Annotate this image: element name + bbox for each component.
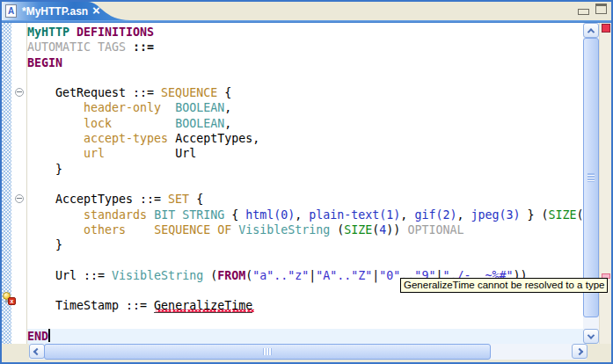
code-line[interactable] — [27, 177, 583, 192]
code-token: MyHTTP — [27, 25, 69, 39]
code-token — [27, 101, 84, 114]
code-line[interactable] — [27, 252, 583, 267]
code-token — [69, 25, 77, 39]
code-token — [112, 117, 175, 130]
code-token: { — [217, 86, 231, 99]
code-token: lock — [84, 117, 112, 130]
code-token: SEQUENCE OF — [154, 223, 231, 237]
code-token: BIT STRING — [154, 208, 224, 222]
code-token — [161, 101, 175, 114]
view-window-controls — [578, 4, 607, 15]
code-token: DEFINITIONS — [77, 25, 154, 39]
code-line[interactable]: standards BIT STRING { html(0), plain-te… — [27, 207, 583, 222]
code-token: TimeStamp ::= — [27, 299, 154, 312]
code-token: html(0) — [245, 208, 295, 222]
code-token — [126, 40, 133, 54]
code-line[interactable]: accept-types AcceptTypes, — [27, 131, 583, 146]
scroll-left-button[interactable] — [29, 344, 45, 359]
code-token — [168, 132, 175, 145]
code-token: , — [400, 208, 414, 222]
code-token: , — [456, 208, 471, 222]
text-cursor — [48, 329, 50, 342]
up-arrow-icon — [587, 28, 595, 35]
editor-tab[interactable]: A *MyHTTP.asn × — [2, 2, 134, 20]
scroll-down-button[interactable] — [583, 329, 599, 344]
code-token — [27, 147, 84, 160]
code-token: ::= — [133, 40, 154, 54]
code-token: VisibleString — [238, 223, 330, 237]
code-line[interactable] — [27, 70, 583, 85]
code-line[interactable]: } — [27, 162, 583, 177]
code-token: plain-text(1) — [309, 208, 400, 222]
code-token: ( — [203, 269, 217, 282]
code-token: VisibleString — [112, 269, 203, 282]
code-line[interactable]: GetRequest ::= SEQUENCE { — [27, 85, 583, 100]
code-line[interactable]: AUTOMATIC TAGS ::= — [27, 40, 583, 55]
scroll-up-button[interactable] — [583, 23, 599, 38]
code-token: "A".."Z" — [316, 269, 372, 282]
code-line[interactable]: TimeStamp ::= GeneralizeTime — [27, 298, 583, 313]
asn-file-icon: A — [5, 4, 17, 18]
code-token: SIZE — [549, 208, 577, 222]
overview-ruler — [599, 23, 611, 344]
code-line[interactable]: others SEQUENCE OF VisibleString (SIZE(4… — [27, 222, 583, 237]
code-token: BEGIN — [27, 56, 62, 69]
error-squiggle — [156, 309, 254, 312]
vertical-scroll-thumb[interactable] — [583, 38, 599, 317]
fold-collapse-icon[interactable] — [15, 194, 24, 203]
code-token: END — [27, 330, 48, 343]
code-token: Url ::= — [27, 269, 112, 282]
code-token: , — [295, 208, 309, 222]
code-line[interactable]: AcceptTypes ::= SET { — [27, 192, 583, 207]
code-token — [231, 223, 238, 237]
code-token: BOOLEAN — [175, 101, 224, 114]
code-token: gif(2) — [414, 208, 456, 222]
vertical-scrollbar[interactable] — [583, 23, 599, 344]
code-token — [27, 132, 84, 145]
code-token: "a".."z" — [252, 269, 309, 282]
editor-area: MyHTTP DEFINITIONSAUTOMATIC TAGS ::=BEGI… — [2, 23, 611, 344]
code-token: url — [84, 147, 105, 160]
code-token: accept-types — [84, 132, 168, 145]
code-line[interactable] — [27, 314, 583, 329]
scroll-right-button[interactable] — [572, 344, 587, 359]
code-line[interactable]: BEGIN — [27, 55, 583, 70]
code-token: )) — [386, 223, 400, 237]
fold-collapse-icon[interactable] — [15, 88, 24, 97]
editor-window: A *MyHTTP.asn × MyHTTP DEFINITIONSAUTOMA… — [0, 0, 613, 364]
code-line[interactable]: header-only BOOLEAN, — [27, 100, 583, 115]
down-arrow-icon — [587, 331, 595, 339]
code-token: Url — [175, 147, 196, 160]
code-token: { — [224, 208, 245, 222]
code-line[interactable]: MyHTTP DEFINITIONS — [27, 25, 583, 40]
horizontal-scrollbar[interactable] — [2, 344, 611, 360]
left-arrow-icon — [33, 347, 40, 354]
code-line[interactable]: } — [27, 237, 583, 252]
code-token — [147, 208, 154, 222]
close-icon[interactable]: × — [92, 3, 100, 18]
code-token: GetRequest ::= — [27, 86, 161, 99]
code-line[interactable]: lock BOOLEAN, — [27, 116, 583, 131]
tab-title: *MyHTTP.asn — [22, 5, 88, 18]
error-summary-indicator[interactable] — [602, 24, 610, 33]
code-line[interactable]: url Url — [27, 146, 583, 161]
tab-bar: A *MyHTTP.asn × — [2, 2, 611, 23]
code-lines: MyHTTP DEFINITIONSAUTOMATIC TAGS ::=BEGI… — [27, 25, 583, 344]
code-token — [27, 117, 84, 130]
code-token: } — [27, 163, 62, 176]
code-token: standards — [84, 208, 147, 222]
maximize-icon[interactable] — [595, 4, 607, 14]
code-token: header-only — [84, 101, 161, 114]
quickfix-error-icon[interactable]: x — [3, 292, 16, 305]
minimize-icon[interactable] — [578, 9, 589, 15]
code-token: ( — [330, 223, 344, 237]
code-token: BOOLEAN — [175, 117, 224, 130]
code-token — [27, 208, 84, 222]
code-line[interactable]: END — [27, 329, 583, 344]
error-badge-icon: x — [8, 297, 16, 305]
asn-file-icon-letter: A — [8, 6, 14, 16]
error-tooltip: GeneralizeTime cannot be resolved to a t… — [400, 278, 608, 293]
horizontal-scroll-thumb[interactable] — [44, 344, 491, 360]
code-token: , — [224, 101, 231, 114]
code-token: , — [224, 117, 231, 130]
